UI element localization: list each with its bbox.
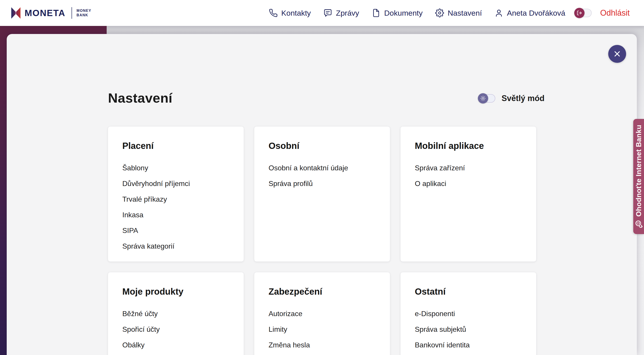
feedback-banner-label: Ohodnoťte Internet Banku bbox=[634, 125, 643, 216]
logout-button[interactable]: Odhlásit bbox=[600, 8, 630, 18]
person-icon bbox=[494, 8, 503, 18]
card-title: Moje produkty bbox=[122, 286, 231, 297]
logo-divider bbox=[72, 7, 72, 19]
card-osobni: Osobní Osobní a kontaktní údaje Správa p… bbox=[254, 126, 390, 262]
moneta-mark-icon bbox=[11, 7, 21, 19]
feedback-banner[interactable]: Ohodnoťte Internet Banku bbox=[633, 119, 644, 234]
logout-toggle[interactable] bbox=[575, 9, 592, 17]
page-title: Nastavení bbox=[108, 90, 172, 106]
brand-sub-line2: BANK bbox=[76, 13, 91, 18]
card-title: Mobilní aplikace bbox=[415, 140, 524, 151]
light-mode-toggle[interactable] bbox=[478, 94, 495, 102]
settings-cards-grid: Placení Šablony Důvěryhodní příjemci Trv… bbox=[108, 126, 536, 355]
card-zabezpeceni: Zabezpečení Autorizace Limity Změna hesl… bbox=[254, 272, 390, 355]
nav-label: Kontakty bbox=[281, 9, 311, 18]
chat-icon bbox=[323, 8, 332, 18]
nav-label: Nastavení bbox=[448, 9, 482, 18]
nav-item-zpravy[interactable]: Zprávy bbox=[323, 8, 359, 18]
moneta-logo[interactable]: MONETA MONEY BANK bbox=[11, 7, 92, 19]
settings-link[interactable]: Inkasa bbox=[122, 207, 231, 223]
card-ostatni: Ostatní e-Disponenti Správa subjektů Ban… bbox=[400, 272, 536, 355]
phone-icon bbox=[269, 8, 278, 18]
light-mode-toggle-thumb bbox=[478, 93, 488, 104]
user-name: Aneta Dvořáková bbox=[507, 9, 565, 18]
gear-icon bbox=[435, 8, 444, 18]
settings-link[interactable]: Spořicí účty bbox=[122, 322, 231, 337]
settings-link[interactable]: Osobní a kontaktní údaje bbox=[268, 160, 378, 176]
card-title: Osobní bbox=[268, 140, 378, 151]
screen: MONETA MONEY BANK Kontakty Zprávy bbox=[0, 0, 644, 355]
brand-name: MONETA bbox=[24, 8, 65, 18]
settings-link[interactable]: Správa kategorií bbox=[122, 238, 231, 254]
nav-item-kontakty[interactable]: Kontakty bbox=[269, 8, 311, 18]
settings-link[interactable]: Bankovní identita bbox=[415, 337, 524, 353]
document-icon bbox=[372, 8, 380, 18]
settings-link[interactable]: Správa profilů bbox=[268, 176, 378, 191]
nav-item-nastaveni[interactable]: Nastavení bbox=[435, 8, 482, 18]
nav-label: Zprávy bbox=[336, 9, 359, 18]
close-button[interactable] bbox=[608, 45, 626, 63]
header-nav: Kontakty Zprávy Dokumenty bbox=[269, 8, 630, 18]
settings-link[interactable]: SIPA bbox=[122, 223, 231, 238]
settings-link[interactable]: O aplikaci bbox=[415, 176, 524, 191]
theme-toggle-label: Světlý mód bbox=[502, 94, 544, 103]
settings-link[interactable]: Trvalé příkazy bbox=[122, 191, 231, 207]
settings-link[interactable]: Autorizace bbox=[268, 306, 378, 322]
nav-item-dokumenty[interactable]: Dokumenty bbox=[372, 8, 422, 18]
smiley-faces-icon bbox=[634, 220, 643, 229]
settings-link[interactable]: Správa zařízení bbox=[415, 160, 524, 176]
settings-modal: Nastavení Světlý mód Placení bbox=[7, 34, 637, 355]
brand-sub-line1: MONEY bbox=[76, 8, 91, 13]
close-icon bbox=[613, 50, 621, 58]
card-title: Placení bbox=[122, 140, 231, 151]
settings-link[interactable]: Správa subjektů bbox=[415, 322, 524, 337]
card-moje-produkty: Moje produkty Běžné účty Spořicí účty Ob… bbox=[108, 272, 244, 355]
sun-icon bbox=[480, 96, 486, 101]
user-menu[interactable]: Aneta Dvořáková bbox=[494, 8, 565, 18]
settings-link[interactable]: Šablony bbox=[122, 160, 231, 176]
logout-icon bbox=[577, 10, 582, 16]
card-title: Ostatní bbox=[415, 286, 524, 297]
logout-toggle-thumb bbox=[574, 8, 584, 18]
settings-link[interactable]: Důvěryhodní příjemci bbox=[122, 176, 231, 191]
settings-link[interactable]: Obálky bbox=[122, 337, 231, 353]
theme-toggle-row: Světlý mód bbox=[478, 94, 544, 103]
settings-link[interactable]: Limity bbox=[268, 322, 378, 337]
settings-link[interactable]: Běžné účty bbox=[122, 306, 231, 322]
top-header: MONETA MONEY BANK Kontakty Zprávy bbox=[0, 0, 644, 26]
settings-link[interactable]: Změna hesla bbox=[268, 337, 378, 353]
card-mobilni-aplikace: Mobilní aplikace Správa zařízení O aplik… bbox=[400, 126, 536, 262]
settings-link[interactable]: e-Disponenti bbox=[415, 306, 524, 322]
card-placeni: Placení Šablony Důvěryhodní příjemci Trv… bbox=[108, 126, 244, 262]
nav-label: Dokumenty bbox=[384, 9, 422, 18]
card-title: Zabezpečení bbox=[268, 286, 378, 297]
